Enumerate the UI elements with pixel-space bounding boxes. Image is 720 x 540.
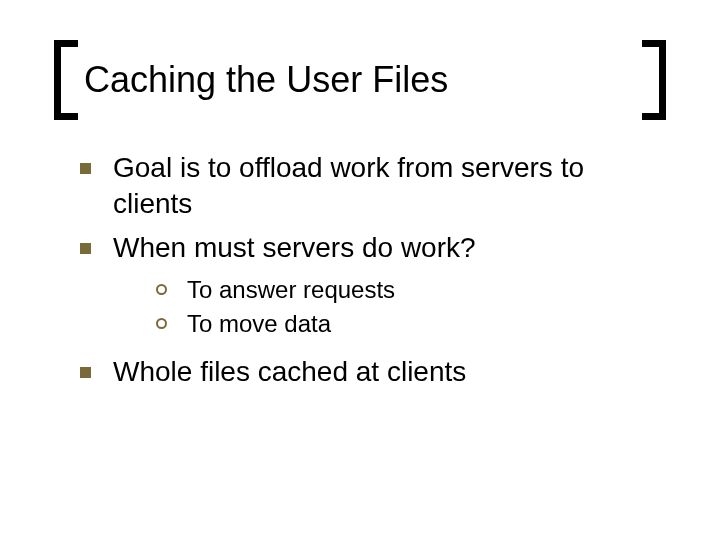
slide-title: Caching the User Files	[84, 40, 636, 120]
slide-body: Goal is to offload work from servers to …	[80, 150, 660, 398]
list-item: To answer requests	[156, 274, 660, 306]
bracket-right-icon	[642, 40, 666, 120]
circle-bullet-icon	[156, 284, 167, 295]
circle-bullet-icon	[156, 318, 167, 329]
bullet-text: When must servers do work?	[113, 230, 476, 266]
list-item: When must servers do work?	[80, 230, 660, 266]
bullet-text: Goal is to offload work from servers to …	[113, 150, 660, 222]
title-bar: Caching the User Files	[54, 40, 666, 120]
list-item: Whole files cached at clients	[80, 354, 660, 390]
slide: Caching the User Files Goal is to offloa…	[0, 0, 720, 540]
bullet-text: Whole files cached at clients	[113, 354, 466, 390]
bullet-text: To move data	[187, 308, 331, 340]
bullet-text: To answer requests	[187, 274, 395, 306]
square-bullet-icon	[80, 243, 91, 254]
list-item: Goal is to offload work from servers to …	[80, 150, 660, 222]
square-bullet-icon	[80, 163, 91, 174]
list-item: To move data	[156, 308, 660, 340]
square-bullet-icon	[80, 367, 91, 378]
sublist: To answer requests To move data	[156, 274, 660, 340]
bracket-left-icon	[54, 40, 78, 120]
